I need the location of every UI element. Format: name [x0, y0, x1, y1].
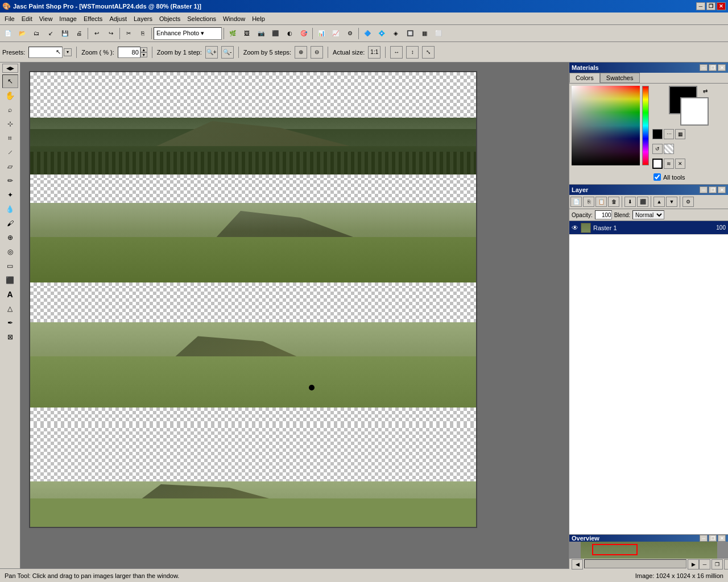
overview-btn1[interactable]: ─	[699, 559, 710, 569]
zoom-in5-btn[interactable]: ⊕	[295, 46, 307, 59]
solid-stroke-icon[interactable]	[652, 159, 663, 169]
tb-icon1[interactable]: 🌿	[226, 27, 239, 40]
dropper-tool-btn[interactable]: 💧	[2, 202, 18, 216]
color-spectrum[interactable]	[572, 86, 640, 165]
tb-icon15[interactable]: ⬜	[432, 27, 445, 40]
delete-layer-btn[interactable]: 🗑	[608, 197, 619, 207]
perspective-tool-btn[interactable]: ▱	[2, 160, 18, 173]
undo-button[interactable]: ↩	[90, 27, 104, 40]
tb-icon12[interactable]: ◈	[389, 27, 403, 40]
layer-settings-btn[interactable]: ⚙	[682, 197, 694, 207]
zoom-out5-btn[interactable]: ⊖	[311, 46, 323, 59]
tb-icon9[interactable]: ⚙	[343, 27, 357, 40]
select-tool-btn[interactable]: ↖	[2, 74, 18, 88]
hue-slider[interactable]	[642, 86, 649, 165]
zoom-out-btn[interactable]: 🔍-	[221, 46, 234, 59]
clone-tool-btn[interactable]: ⊕	[2, 231, 18, 244]
menu-help[interactable]: Help	[249, 14, 268, 23]
tb-icon13[interactable]: 🔲	[403, 27, 417, 40]
fill-tool-btn[interactable]: ⬛	[2, 273, 18, 287]
materials-minimize[interactable]: ─	[700, 64, 708, 71]
zoom-down[interactable]: ▼	[140, 52, 147, 57]
menu-objects[interactable]: Objects	[156, 14, 184, 23]
overview-close[interactable]: ✕	[718, 535, 726, 542]
close-button[interactable]: ✕	[717, 2, 726, 10]
magic-wand-tool-btn[interactable]: ✦	[2, 188, 18, 202]
solid-color-icon[interactable]	[652, 129, 663, 139]
layer-minimize[interactable]: ─	[700, 186, 708, 193]
freehand-tool-btn[interactable]: ✏	[2, 174, 18, 188]
tb-icon11[interactable]: 💠	[375, 27, 388, 40]
open-button[interactable]: 📂	[15, 27, 29, 40]
presets-dropdown[interactable]: ▾	[64, 48, 72, 56]
shape-tool-btn[interactable]: △	[2, 302, 18, 315]
menu-layers[interactable]: Layers	[130, 14, 156, 23]
straighten-tool-btn[interactable]: ⟋	[2, 146, 18, 159]
tb-icon2[interactable]: 🖼	[240, 27, 254, 40]
copy-button[interactable]: ⎘	[136, 27, 150, 40]
pen-tool-btn[interactable]: ✒	[2, 316, 18, 330]
zoom-tool-btn[interactable]: ⌕	[2, 103, 18, 117]
materials-restore[interactable]: ❐	[709, 64, 717, 71]
tb-icon10[interactable]: 🔷	[361, 27, 374, 40]
browse-button[interactable]: 🗂	[30, 27, 43, 40]
tb-icon14[interactable]: ▦	[417, 27, 431, 40]
menu-effects[interactable]: Effects	[80, 14, 106, 23]
menu-adjust[interactable]: Adjust	[106, 14, 130, 23]
paint-tool-btn[interactable]: 🖌	[2, 217, 18, 230]
merge-all-btn[interactable]: ⬛	[637, 197, 648, 207]
overview-restore[interactable]: ❐	[709, 535, 717, 542]
zoom-spinner[interactable]: ▲ ▼	[140, 47, 147, 57]
overview-viewport-rect[interactable]	[592, 544, 638, 555]
new-layer-btn[interactable]: 📄	[570, 197, 582, 207]
no-stroke-icon[interactable]: ✕	[675, 159, 685, 169]
zoom-up[interactable]: ▲	[140, 47, 147, 52]
zoom-input[interactable]	[118, 47, 140, 58]
tb-icon6[interactable]: 🎯	[297, 27, 311, 40]
all-tools-checkbox[interactable]	[653, 173, 661, 181]
deform-tool-btn[interactable]: ⊹	[2, 117, 18, 131]
swap-colors-btn[interactable]: ⇄	[703, 88, 708, 94]
canvas-area[interactable]	[20, 63, 569, 568]
menu-file[interactable]: File	[1, 14, 18, 23]
menu-image[interactable]: Image	[56, 14, 80, 23]
pan-tool-btn[interactable]: ✋	[2, 89, 18, 102]
import-button[interactable]: ↙	[44, 27, 57, 40]
merge-down-btn[interactable]: ⬇	[624, 197, 636, 207]
tb-icon4[interactable]: ⬛	[268, 27, 282, 40]
pattern-icon[interactable]: ▦	[675, 129, 685, 139]
bg-color-box[interactable]	[680, 97, 709, 126]
save-button[interactable]: 💾	[58, 27, 72, 40]
crop-tool-btn[interactable]: ⌗	[2, 131, 18, 145]
overview-scroll-right-btn[interactable]: ▶	[688, 559, 699, 569]
enhance-photo-dropdown[interactable]: Enhance Photo ▾	[154, 27, 222, 40]
fit-height-btn[interactable]: ↕	[406, 46, 419, 59]
reset-icon[interactable]: ↺	[652, 144, 663, 154]
layer-close[interactable]: ✕	[718, 186, 726, 193]
tb-icon7[interactable]: 📊	[315, 27, 328, 40]
fit-width-btn[interactable]: ↔	[390, 46, 403, 59]
transparent-icon[interactable]	[664, 144, 674, 154]
restore-button[interactable]: ❐	[706, 2, 715, 10]
gradient-stroke-icon[interactable]: ≋	[664, 159, 674, 169]
overview-btn3[interactable]: ✕	[724, 559, 728, 569]
materials-close[interactable]: ✕	[718, 64, 726, 71]
new-button[interactable]: 📄	[1, 27, 15, 40]
overview-btn2[interactable]: ❐	[712, 559, 723, 569]
tb-icon5[interactable]: ◐	[283, 27, 296, 40]
tb-icon8[interactable]: 📈	[329, 27, 342, 40]
overview-scroll-left-btn[interactable]: ◀	[572, 559, 583, 569]
menu-selections[interactable]: Selections	[184, 14, 220, 23]
tb-icon3[interactable]: 📷	[254, 27, 268, 40]
cut-button[interactable]: ✂	[122, 27, 135, 40]
blend-mode-select[interactable]: Normal Multiply Screen	[632, 210, 664, 219]
actual-size-btn[interactable]: 1:1	[368, 46, 380, 59]
text-tool-btn[interactable]: A	[2, 288, 18, 301]
eraser-tool-btn[interactable]: ▭	[2, 259, 18, 273]
presets-input[interactable]	[28, 47, 63, 58]
move-up-btn[interactable]: ▲	[653, 197, 665, 207]
overview-hscroll[interactable]	[584, 559, 686, 568]
toolbox-toggle[interactable]: ◀▶	[2, 64, 18, 73]
copy-layer-btn[interactable]: ⎘	[583, 197, 594, 207]
fit-window-btn[interactable]: ⤡	[422, 46, 435, 59]
